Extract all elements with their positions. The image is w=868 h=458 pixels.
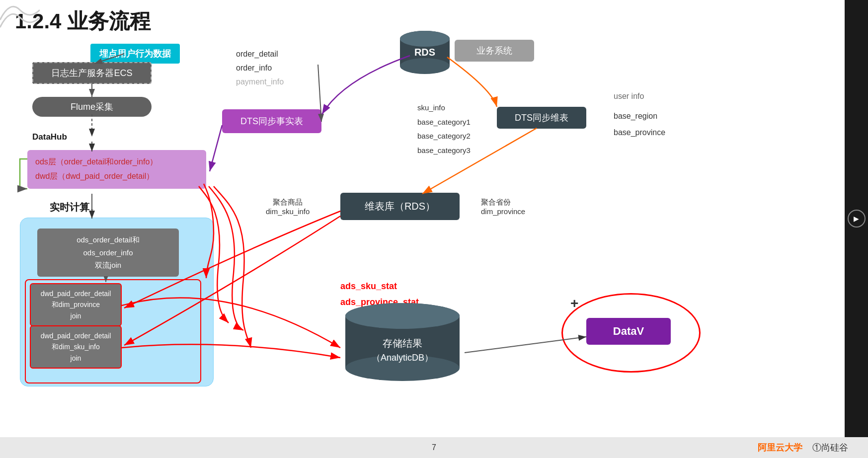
right-panel: ▶	[845, 0, 868, 437]
dwd-sku-box: dwd_paid_order_detail 和dim_sku_info join	[30, 325, 122, 369]
rds-cylinder: RDS	[397, 30, 452, 76]
sku-group-labels: sku_info base_category1 base_category2 b…	[417, 101, 471, 157]
payment-info-label: payment_info	[236, 77, 284, 86]
ods-line: ods层（order_detail和order_info）	[35, 155, 198, 169]
realtime-label: 实时计算↓	[50, 201, 94, 214]
svg-text:RDS: RDS	[414, 47, 435, 58]
datav-circle	[561, 293, 701, 373]
user-info-label: user info	[614, 92, 644, 101]
svg-text:（AnalyticDB）: （AnalyticDB）	[372, 353, 433, 363]
page-number: 7	[432, 443, 436, 452]
svg-text:存储结果: 存储结果	[383, 338, 422, 349]
dwd-line: dwd层（dwd_paid_order_detail）	[35, 169, 198, 184]
order-info-label: order_info	[236, 64, 272, 73]
dts-fact-box: DTS同步事实表	[222, 109, 321, 133]
svg-point-2	[400, 58, 450, 74]
svg-line-22	[210, 125, 222, 171]
brand-logos: 阿里云大学 ①尚硅谷	[758, 442, 848, 454]
top-left-decoration	[0, 0, 40, 40]
biz-system-box: 业务系统	[455, 40, 534, 62]
ods-dwd-box: ods层（order_detail和order_info） dwd层（dwd_p…	[27, 150, 206, 189]
log-ecs-box: 日志生产服务器ECS	[32, 62, 152, 84]
play-button[interactable]: ▶	[848, 210, 866, 228]
bottom-bar: 7 阿里云大学 ①尚硅谷	[0, 437, 868, 458]
dts-dim-box: DTS同步维表	[497, 107, 586, 129]
base-province-label: base_province	[614, 128, 665, 137]
agg-province-label: 聚合省份 dim_province	[481, 198, 525, 216]
datahub-label: DataHub	[32, 132, 67, 142]
burying-data-box: 埋点用户行为数据	[90, 44, 180, 64]
dim-rds-box: 维表库（RDS）	[340, 193, 460, 220]
agg-sku-label: 聚合商品 dim_sku_info	[266, 198, 310, 216]
base-region-label: base_region	[614, 112, 657, 121]
slide-area: 1.2.4 业务流程 埋点用户行为数据 日志生产服务器ECS Flume采集 D…	[0, 0, 845, 437]
ods-inner-box: ods_order_detail和 ods_order_info 双流join	[37, 229, 179, 277]
silicon-brand: ①尚硅谷	[812, 442, 848, 454]
svg-point-3	[400, 31, 450, 47]
order-detail-label: order_detail	[236, 50, 278, 59]
alibaba-brand: 阿里云大学	[758, 442, 802, 454]
svg-point-8	[345, 303, 460, 329]
flume-box: Flume采集	[32, 97, 152, 117]
dwd-province-box: dwd_paid_order_detail 和dim_province join	[30, 283, 122, 326]
play-icon: ▶	[854, 215, 859, 223]
plus-symbol: +	[570, 296, 578, 311]
analytic-db-cylinder: 存储结果 （AnalyticDB）	[340, 302, 465, 383]
